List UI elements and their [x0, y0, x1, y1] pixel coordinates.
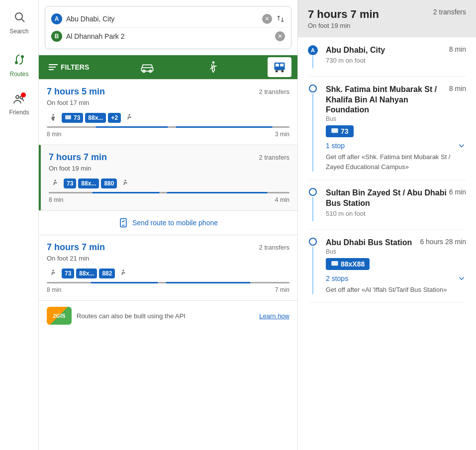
route-1-line [47, 126, 289, 128]
stop-3-expand-label: 2 stops [326, 274, 348, 282]
step-1-bus-label: Bus [326, 115, 466, 122]
timeline-dot-2 [309, 188, 317, 196]
detail-title: 7 hours 7 min [308, 8, 379, 21]
bus-880-label-r2: 880 [104, 180, 114, 187]
stop-3-expand[interactable]: 2 stops [326, 274, 466, 283]
route-card-1[interactable]: 7 hours 5 min 2 transfers On foot 17 min… [39, 79, 297, 145]
bus-icon [273, 60, 286, 74]
step-3-header-row: Abu Dhabi Bus Station 6 hours 28 min [326, 238, 466, 248]
timeline-col-2 [308, 188, 318, 221]
step-content-3: Abu Dhabi Bus Station 6 hours 28 min Bus… [326, 238, 466, 294]
route-1-time-start: 8 min [47, 131, 61, 138]
svg-rect-20 [120, 219, 126, 227]
svg-point-0 [15, 13, 22, 20]
origin-row: A Abu Dhabi, City ✕ [51, 10, 285, 28]
route-3-time-start: 8 min [47, 286, 61, 293]
swap-button[interactable] [276, 14, 285, 23]
route-1-header: 7 hours 5 min 2 transfers [47, 87, 289, 97]
origin-clear-button[interactable]: ✕ [262, 14, 272, 24]
filters-button[interactable]: FILTERS [45, 61, 93, 73]
timeline-line-start [312, 56, 313, 68]
detail-transfers: 2 transfers [433, 8, 466, 16]
point-a-circle: A [308, 45, 318, 55]
step-start-time: 8 min [449, 45, 466, 53]
sidebar-item-search[interactable]: Search [4, 5, 33, 38]
svg-rect-16 [65, 115, 71, 119]
step-content-1: Shk. Fatima bint Mubarak St / Khalifa Bi… [326, 85, 466, 172]
step-2-dist: 510 m on foot [326, 210, 466, 217]
chevron-down-icon-1 [457, 141, 466, 150]
detail-step-3: Abu Dhabi Bus Station 6 hours 28 min Bus… [308, 230, 466, 303]
timeline-col-start: A [308, 45, 318, 68]
route-3-time-end: 7 min [275, 286, 289, 293]
sidebar-item-routes[interactable]: Routes [4, 48, 33, 81]
step-walk-start [47, 111, 60, 124]
filter-lines-icon [49, 64, 58, 70]
point-b-badge: B [51, 31, 62, 42]
bus-badge-num-1: 73 [341, 127, 349, 135]
step-walk-end-r1 [123, 111, 136, 124]
svg-point-9 [212, 61, 215, 64]
detail-step-2: Sultan Bin Zayed St / Abu Dhabi Bus Stat… [308, 180, 466, 230]
route-2-line [49, 192, 289, 193]
step-content-2: Sultan Bin Zayed St / Abu Dhabi Bus Stat… [326, 188, 466, 221]
chevron-down-icon-2 [457, 274, 466, 283]
stop-1-expand[interactable]: 1 stop [326, 141, 466, 150]
timeline-line-1 [312, 93, 313, 172]
sidebar-search-label: Search [9, 28, 28, 35]
svg-point-18 [55, 180, 56, 181]
bus-88x-label-r1: 88x... [88, 114, 103, 121]
route-card-3[interactable]: 7 hours 7 min 2 transfers On foot 21 min… [39, 235, 297, 300]
detail-steps: A Abu Dhabi, City 8 min 730 m on foot Sh… [298, 37, 476, 303]
route-3-steps: 73 88x... 882 [47, 267, 289, 280]
route-3-foot: On foot 21 min [47, 255, 289, 262]
filter-bar: FILTERS [39, 55, 297, 79]
step-3-time: 6 hours 28 min [420, 238, 466, 246]
step-start-header-row: Abu Dhabi, City 8 min [326, 45, 466, 56]
route-2-time: 7 hours 7 min [49, 152, 107, 163]
route-3-time: 7 hours 7 min [47, 242, 105, 253]
route-1-steps: 73 88x... +2 [47, 111, 289, 124]
svg-point-13 [276, 70, 278, 73]
destination-clear-button[interactable]: ✕ [275, 31, 285, 41]
svg-point-19 [125, 180, 126, 181]
2gis-logo: 2GIS [47, 307, 72, 325]
step-bus-882-r3: 882 [99, 269, 115, 278]
detail-header: 7 hours 7 min On foot 19 min 2 transfers [298, 0, 476, 37]
step-bus-73-r1: 73 [62, 113, 83, 123]
route-card-2[interactable]: 7 hours 7 min 2 transfers On foot 19 min… [39, 145, 297, 210]
search-box: A Abu Dhabi, City ✕ B Al Dhannah Park 2 … [45, 6, 291, 49]
filters-label: FILTERS [61, 63, 89, 71]
step-2-header-row: Sultan Bin Zayed St / Abu Dhabi Bus Stat… [326, 188, 466, 209]
route-2-transfers: 2 transfers [259, 154, 289, 161]
stop-1-expand-label: 1 stop [326, 142, 345, 150]
send-route-button[interactable]: Send route to mobile phone [39, 210, 297, 235]
step-3-bus-label: Bus [326, 248, 466, 255]
timeline-col-1 [308, 85, 318, 172]
bus-more-label-r1: +2 [111, 114, 118, 121]
detail-subtitle: On foot 19 min [308, 22, 379, 29]
origin-input[interactable]: Abu Dhabi, City [66, 15, 262, 23]
sidebar-item-friends[interactable]: Friends [4, 90, 34, 119]
sidebar: Search Routes Friends [0, 0, 39, 450]
transport-tab-car[interactable] [135, 57, 159, 77]
walk-end-icon-r2 [121, 179, 130, 188]
step-start-dist: 730 m on foot [326, 57, 466, 64]
svg-rect-11 [276, 64, 279, 67]
detail-step-start: A Abu Dhabi, City 8 min 730 m on foot [308, 37, 466, 77]
svg-point-23 [123, 270, 124, 271]
bus-badge-num-2: 88xX88 [341, 260, 365, 268]
learn-how-link[interactable]: Learn how [259, 312, 289, 320]
step-content-start: Abu Dhabi, City 8 min 730 m on foot [326, 45, 466, 68]
step-walk-end-r3 [117, 267, 130, 280]
bus-badge-icon-2 [331, 260, 339, 268]
step-bus-more-r1: +2 [108, 113, 121, 123]
step-start-name: Abu Dhabi, City [326, 45, 385, 56]
route-1-transfers: 2 transfers [259, 88, 289, 95]
transport-tab-walk[interactable] [201, 57, 225, 77]
destination-input[interactable]: Al Dhannah Park 2 [66, 32, 275, 40]
route-2-foot: On foot 19 min [49, 165, 289, 172]
sidebar-friends-label: Friends [9, 109, 29, 116]
bus-73-label-r2: 73 [67, 180, 73, 187]
transport-tab-bus[interactable] [268, 57, 291, 77]
